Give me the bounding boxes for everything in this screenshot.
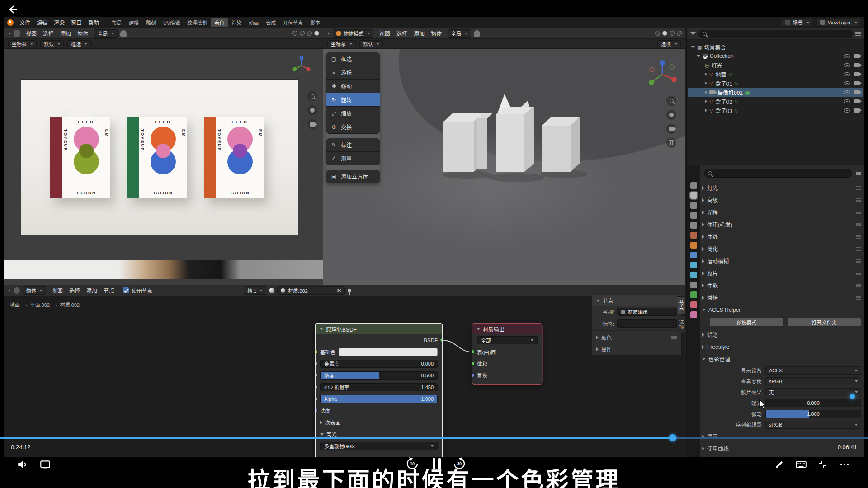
shading-rendered-toggle[interactable] [314, 31, 319, 36]
sidebar-color-section[interactable]: 颜色 [592, 332, 681, 343]
scene-select[interactable]: 场景 [782, 19, 813, 27]
workspace-tab[interactable]: 脚本 [307, 18, 324, 27]
view-layer-icon[interactable] [690, 212, 697, 219]
color-presets-icon[interactable] [671, 336, 677, 339]
topbar-menu-item[interactable]: 渲染 [51, 19, 68, 26]
viewport-menu-item[interactable]: 添加 [57, 29, 74, 37]
sidebar-tab-options[interactable]: 选项 [677, 316, 685, 333]
material-name-field[interactable]: 材质.002 [277, 286, 345, 295]
shading-material-toggle[interactable] [670, 31, 675, 36]
distribution-select[interactable]: 多重散射GGX [320, 442, 438, 450]
navigation-gizmo[interactable] [291, 55, 312, 76]
shader-menu-item[interactable]: 节点 [100, 286, 118, 294]
tool-setting-select[interactable]: 坐标系 [8, 40, 37, 47]
orientation-select[interactable]: 全局 [448, 29, 471, 38]
presets-icon[interactable] [856, 247, 861, 251]
shading-rendered-toggle[interactable] [677, 31, 682, 36]
tool-button[interactable]: ✎ 标注 [326, 138, 380, 152]
navigation-gizmo[interactable] [646, 59, 678, 90]
viewport-menu-item[interactable]: 添加 [410, 29, 428, 37]
shader-menu-item[interactable]: 添加 [83, 286, 100, 294]
workspace-tab[interactable]: 合成 [262, 18, 279, 27]
section-aces-helper[interactable]: ACES Helper [702, 304, 861, 316]
particles-icon[interactable] [690, 262, 697, 268]
tool-setting-select[interactable]: 默认 [359, 40, 383, 47]
viewport-menu-item[interactable]: 选择 [40, 29, 57, 37]
viewport-menu-item[interactable]: 选择 [393, 29, 410, 37]
snap-magnet-icon[interactable] [120, 30, 127, 37]
section-row[interactable]: 性能 [702, 279, 861, 291]
unlink-material-icon[interactable] [337, 288, 341, 293]
forward-button[interactable]: 30 [452, 456, 467, 471]
tool-setting-select[interactable]: 框选 [67, 40, 91, 47]
hide-eye-icon[interactable] [844, 54, 850, 58]
hide-eye-icon[interactable] [844, 81, 850, 85]
properties-search[interactable] [704, 169, 852, 178]
presets-icon[interactable] [856, 284, 861, 287]
workspace-tab[interactable]: 动画 [245, 18, 262, 27]
mode-select[interactable]: 物体模式 [333, 29, 373, 38]
outliner-row-ground[interactable]: ▽ 地面 ▽ [688, 70, 863, 79]
workspace-tab[interactable]: 几何节点 [279, 18, 307, 27]
object-data-icon[interactable] [690, 291, 697, 298]
outliner-row-light[interactable]: ◎ 灯光 [688, 61, 863, 70]
shading-wireframe-toggle[interactable] [655, 31, 660, 36]
breadcrumb-item[interactable]: 地面 [10, 301, 20, 308]
tool-button[interactable]: ✚ 移动 [326, 80, 380, 93]
metallic-slider[interactable]: 金属度0.000 [320, 360, 438, 368]
snap-magnet-icon[interactable] [474, 30, 480, 37]
object-icon[interactable] [690, 242, 697, 249]
tool-button[interactable]: ▣ 添加立方体 [326, 170, 380, 183]
roughness-socket[interactable] [316, 373, 318, 377]
editor-type-icon[interactable] [327, 33, 330, 34]
timeline[interactable] [0, 437, 868, 439]
workspace-tab[interactable]: 布局 [108, 18, 125, 27]
blender-logo-icon[interactable] [7, 19, 14, 26]
editor-type-icon[interactable] [8, 290, 11, 291]
section-row[interactable]: 胶片 [702, 267, 861, 279]
presets-icon[interactable] [856, 198, 861, 202]
topbar-menu-item[interactable]: 帮助 [85, 19, 102, 26]
base-color-socket[interactable] [316, 350, 318, 354]
ior-socket[interactable] [316, 385, 318, 389]
section-row[interactable]: 体积(毛发) [702, 218, 861, 230]
tool-button[interactable]: ▢ 框选 [326, 52, 380, 66]
camera-view-icon[interactable] [307, 119, 317, 129]
topbar-menu-item[interactable]: 文件 [16, 19, 33, 26]
section-row[interactable]: 简化 [702, 243, 861, 255]
outliner-row-camera[interactable]: 摄像机001 ▣ [688, 88, 863, 97]
outliner-row-box02[interactable]: ▽ 盒子02 ▽ [688, 97, 863, 106]
viewport-menu-item[interactable]: 物体 [428, 29, 445, 37]
sidebar-tab-node[interactable]: 节点 [677, 296, 685, 314]
back-button[interactable] [5, 3, 19, 18]
viewport-menu-item[interactable]: 视图 [376, 29, 393, 37]
alpha-socket[interactable] [316, 397, 318, 401]
shading-material-toggle[interactable] [307, 31, 312, 36]
options-select[interactable]: 选项 [657, 40, 681, 47]
properties-filter-icon[interactable] [856, 172, 861, 175]
shading-wireframe-toggle[interactable] [292, 31, 297, 36]
presets-icon[interactable] [856, 186, 861, 190]
hide-eye-icon[interactable] [844, 63, 850, 67]
section-row[interactable]: 显示 [702, 430, 861, 442]
hide-eye-icon[interactable] [844, 90, 850, 94]
output-icon[interactable] [690, 202, 697, 209]
bsdf-output-socket[interactable] [440, 338, 442, 342]
viewport-menu-item[interactable]: 物体 [74, 29, 91, 37]
viewport-left-canvas[interactable]: ELEC TOYEUP EM TATION [4, 49, 323, 285]
exposure-slider[interactable]: 0.000 [765, 399, 861, 407]
node-material-output[interactable]: 材质输出 全部 表(曲)面 体积 置换 [472, 324, 542, 384]
render-camera-icon[interactable] [854, 99, 860, 103]
section-row[interactable]: 高级 [702, 194, 861, 206]
shader-menu-item[interactable]: 选择 [66, 286, 83, 294]
modifiers-icon[interactable] [690, 252, 697, 258]
material-icon[interactable] [690, 301, 697, 308]
section-row[interactable]: 灯光 [702, 182, 861, 194]
topbar-menu-item[interactable]: 编辑 [33, 19, 51, 26]
node-name-field[interactable]: 材质输出 [617, 308, 677, 316]
workspace-tab[interactable]: 雕刻 [142, 18, 160, 27]
workspace-tab[interactable]: 渲染 [228, 18, 245, 27]
filter-funnel-icon[interactable] [690, 32, 696, 35]
rewind-button[interactable]: 10 [405, 456, 420, 471]
output-target-select[interactable]: 全部 [477, 336, 538, 344]
